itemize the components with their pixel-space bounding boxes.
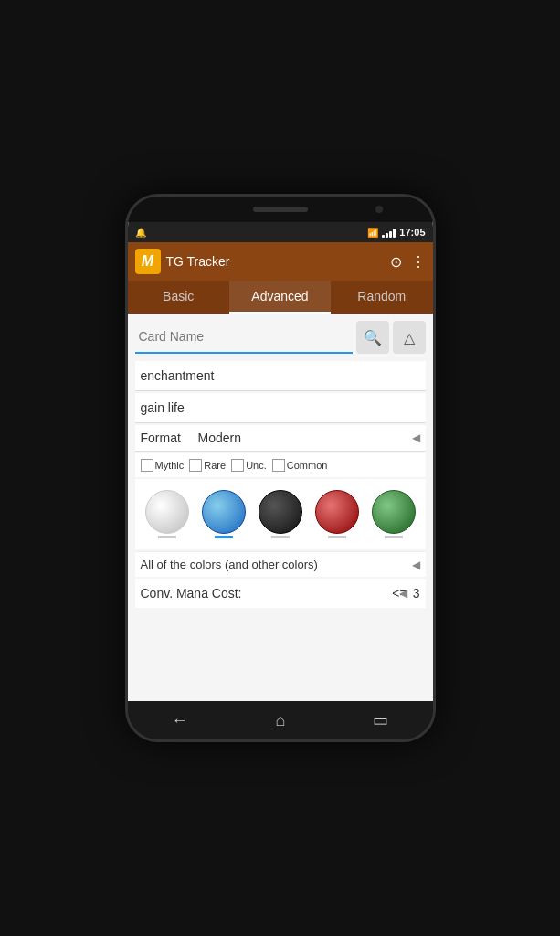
mythic-checkbox-group[interactable]: Mythic [141,459,185,472]
time-display: 17:05 [399,227,425,238]
back-button[interactable]: ← [157,706,203,736]
type-field[interactable]: enchantment [135,361,426,391]
tab-advanced[interactable]: Advanced [229,281,331,314]
mana-value: 3 [413,586,420,601]
green-ball[interactable] [372,490,416,534]
red-color[interactable] [315,490,359,538]
black-ball[interactable] [259,490,302,534]
search-icon: 🔍 [364,329,382,346]
bar2 [386,233,388,238]
bar1 [382,235,385,238]
status-bar: 🔔 📶 17:05 [128,222,433,242]
mana-cost-row[interactable]: Conv. Mana Cost: <= ◀ 3 [135,579,426,608]
uncommon-checkbox-group[interactable]: Unc. [231,459,267,472]
bar3 [389,231,392,238]
uncommon-checkbox[interactable] [231,459,244,472]
black-indicator [271,536,290,538]
mana-dropdown-arrow: ◀ [399,587,407,600]
red-indicator [328,536,346,538]
clear-button[interactable]: △ [393,321,426,354]
card-name-input[interactable] [135,321,353,354]
app-title: TG Tracker [166,254,390,269]
color-balls [141,484,420,544]
format-row[interactable]: Format Modern ◀ [135,425,426,452]
search-row: 🔍 △ [135,321,426,354]
green-indicator [385,536,403,538]
tab-basic[interactable]: Basic [128,281,229,314]
bar4 [393,229,396,238]
text-field[interactable]: gain life [135,393,426,423]
color-description: All of the colors (and other colors) ◀ [135,551,426,577]
content-area: 🔍 △ enchantment gain life Format Modern … [128,314,433,701]
tab-random[interactable]: Random [331,281,432,314]
red-ball[interactable] [315,490,359,534]
green-color[interactable] [372,490,416,538]
white-color[interactable] [145,490,189,538]
wifi-icon: 📶 [367,228,378,238]
speaker [253,207,308,212]
white-ball[interactable] [145,490,189,534]
common-checkbox[interactable] [272,459,285,472]
rare-checkbox[interactable] [189,459,202,472]
black-color[interactable] [259,490,302,538]
rarity-row: Mythic Rare Unc. Common [135,453,426,477]
blue-color[interactable] [202,490,246,538]
phone-frame: 🔔 📶 17:05 M TG Tracker ⊙ ⋮ [125,194,436,742]
camera [375,206,383,213]
search-button[interactable]: 🔍 [356,321,389,354]
screen: 🔔 📶 17:05 M TG Tracker ⊙ ⋮ [128,222,433,701]
format-dropdown-arrow: ◀ [412,431,420,444]
blue-ball[interactable] [202,490,246,534]
home-button[interactable]: ⌂ [261,706,301,736]
format-label: Format [141,431,191,445]
app-logo: M [135,249,161,274]
mana-label: Conv. Mana Cost: [141,586,387,601]
header-icons: ⊙ ⋮ [390,253,426,271]
signal-bars [382,227,396,238]
status-right: 📶 17:05 [367,227,425,238]
status-left: 🔔 [135,228,146,238]
blue-indicator [215,536,233,538]
clear-icon: △ [404,329,415,346]
app-header: M TG Tracker ⊙ ⋮ [128,242,433,281]
phone-top [128,197,433,222]
nav-bar: ← ⌂ ▭ [128,701,433,739]
white-indicator [158,536,176,538]
notification-icon: 🔔 [135,228,146,238]
tabs-bar: Basic Advanced Random [128,281,433,314]
color-selector [135,479,426,549]
navigation-icon[interactable]: ⊙ [390,253,402,271]
mythic-checkbox[interactable] [141,459,153,472]
format-value: Modern [198,431,420,445]
rare-checkbox-group[interactable]: Rare [189,459,226,472]
more-options-icon[interactable]: ⋮ [411,253,426,271]
common-checkbox-group[interactable]: Common [272,459,328,472]
color-desc-arrow: ◀ [412,558,420,571]
recents-button[interactable]: ▭ [358,705,403,736]
